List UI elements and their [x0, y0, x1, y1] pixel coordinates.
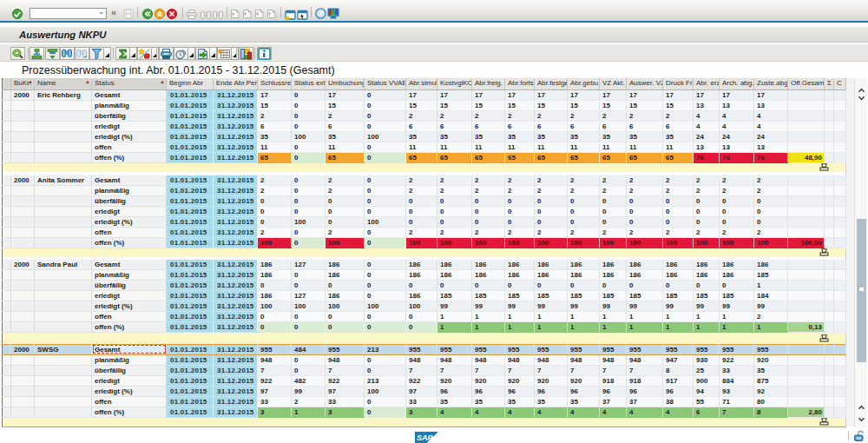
svg-text:SAP: SAP	[417, 433, 434, 442]
